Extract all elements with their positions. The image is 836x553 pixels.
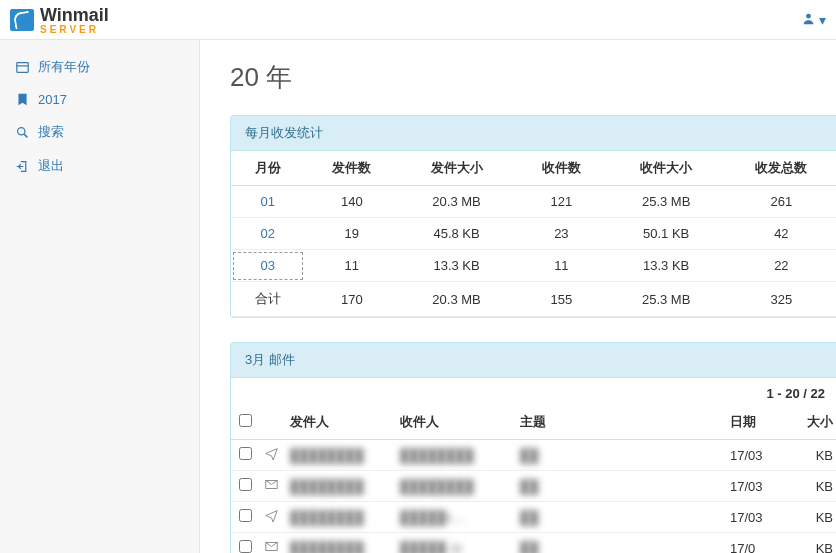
cell-sent: 11 xyxy=(305,250,399,282)
mail-table: 发件人 收件人 主题 日期 大小 ██████████████████17/03… xyxy=(231,407,836,553)
sidebar-item-label: 退出 xyxy=(38,157,64,175)
caret-down-icon: ▾ xyxy=(819,12,826,28)
cell-recv-size: 50.1 KB xyxy=(609,218,724,250)
cell-subject: ██ xyxy=(514,471,724,502)
sidebar-item-logout[interactable]: 退出 xyxy=(0,149,199,183)
col-month: 月份 xyxy=(231,151,305,186)
svg-rect-1 xyxy=(17,62,28,72)
sidebar-item-label: 2017 xyxy=(38,92,67,107)
stats-total-row: 合计17020.3 MB15525.3 MB325 xyxy=(231,282,836,317)
mail-row[interactable]: ██████████████████17/03KB xyxy=(231,440,836,471)
cell-recv: 11 xyxy=(514,250,608,282)
cell-sent: 19 xyxy=(305,218,399,250)
cell-sent-size: 45.8 KB xyxy=(399,218,514,250)
brand-icon xyxy=(10,9,34,31)
cell-date: 17/03 xyxy=(724,440,784,471)
col-to: 收件人 xyxy=(394,407,514,440)
total-label: 合计 xyxy=(231,282,305,317)
col-subject: 主题 xyxy=(514,407,724,440)
select-all-checkbox[interactable] xyxy=(239,414,252,427)
cell-size: KB xyxy=(784,471,836,502)
cell-sent-size: 20.3 MB xyxy=(399,186,514,218)
stats-table: 月份 发件数 发件大小 收件数 收件大小 收发总数 0114020.3 MB12… xyxy=(231,151,836,317)
cell-date: 17/03 xyxy=(724,471,784,502)
calendar-all-icon xyxy=(16,61,32,74)
svg-line-4 xyxy=(24,134,27,137)
stats-row: 031113.3 KB1113.3 KB22 xyxy=(231,250,836,282)
col-size: 大小 xyxy=(784,407,836,440)
cell-size: KB xyxy=(784,502,836,533)
row-checkbox[interactable] xyxy=(239,540,252,553)
mail-panel: 3月 邮件 1 - 20 / 22 发件人 收件人 主题 日期 大小 xyxy=(230,342,836,553)
col-from: 发件人 xyxy=(284,407,394,440)
mail-row[interactable]: ██████████████████17/03KB xyxy=(231,471,836,502)
cell-date: 17/0 xyxy=(724,533,784,554)
cell-recv-size: 25.3 MB xyxy=(609,186,724,218)
cell-from: ████████ xyxy=(284,502,394,533)
sidebar-item-label: 所有年份 xyxy=(38,58,90,76)
cell-to: ████████ xyxy=(394,440,514,471)
cell-size: KB xyxy=(784,533,836,554)
cell-to: █████k… xyxy=(394,502,514,533)
user-icon xyxy=(802,12,815,25)
mail-row[interactable]: █████████████k…██17/03KB xyxy=(231,502,836,533)
col-date: 日期 xyxy=(724,407,784,440)
cell-from: ████████ xyxy=(284,533,394,554)
topbar: Winmail SERVER ▾ xyxy=(0,0,836,40)
stats-row: 0114020.3 MB12125.3 MB261 xyxy=(231,186,836,218)
cell-recv-size: 13.3 KB xyxy=(609,250,724,282)
col-sent-size: 发件大小 xyxy=(399,151,514,186)
month-link[interactable]: 01 xyxy=(231,186,305,218)
row-checkbox[interactable] xyxy=(239,509,252,522)
cell-total: 261 xyxy=(724,186,836,218)
stats-row: 021945.8 KB2350.1 KB42 xyxy=(231,218,836,250)
mail-range: 1 - 20 / 22 xyxy=(231,378,836,407)
cell-to: ████████ xyxy=(394,471,514,502)
mail-row[interactable]: █████████████ @██17/0KB xyxy=(231,533,836,554)
row-checkbox[interactable] xyxy=(239,478,252,491)
brand-sub: SERVER xyxy=(40,26,109,34)
col-total: 收发总数 xyxy=(724,151,836,186)
envelope-icon xyxy=(259,533,284,554)
cell-recv: 121 xyxy=(514,186,608,218)
row-checkbox[interactable] xyxy=(239,447,252,460)
cell-recv: 23 xyxy=(514,218,608,250)
mail-panel-heading: 3月 邮件 xyxy=(231,343,836,378)
cell-total: 22 xyxy=(724,250,836,282)
cell-sent: 140 xyxy=(305,186,399,218)
user-menu[interactable]: ▾ xyxy=(802,12,826,28)
svg-point-3 xyxy=(18,127,25,134)
envelope-icon xyxy=(259,471,284,502)
cell-sent-size: 13.3 KB xyxy=(399,250,514,282)
cell-subject: ██ xyxy=(514,502,724,533)
col-recv-size: 收件大小 xyxy=(609,151,724,186)
month-link[interactable]: 02 xyxy=(231,218,305,250)
sidebar-item-all-years[interactable]: 所有年份 xyxy=(0,50,199,84)
main-content: 20 年 每月收发统计 月份 发件数 发件大小 收件数 收件大小 收发总数 xyxy=(200,40,836,553)
sidebar: 所有年份 2017 搜索 退出 xyxy=(0,40,200,553)
brand-logo[interactable]: Winmail SERVER xyxy=(10,5,109,34)
cell-size: KB xyxy=(784,440,836,471)
cell-subject: ██ xyxy=(514,440,724,471)
cell-subject: ██ xyxy=(514,533,724,554)
sidebar-item-label: 搜索 xyxy=(38,123,64,141)
stats-panel-heading: 每月收发统计 xyxy=(231,116,836,151)
send-icon xyxy=(259,440,284,471)
cell-from: ████████ xyxy=(284,471,394,502)
cell-date: 17/03 xyxy=(724,502,784,533)
logout-icon xyxy=(16,160,32,173)
bookmark-icon xyxy=(16,93,32,106)
col-sent: 发件数 xyxy=(305,151,399,186)
month-link[interactable]: 03 xyxy=(231,250,305,282)
cell-from: ████████ xyxy=(284,440,394,471)
col-recv: 收件数 xyxy=(514,151,608,186)
svg-point-0 xyxy=(806,13,811,18)
sidebar-item-2017[interactable]: 2017 xyxy=(0,84,199,115)
stats-panel: 每月收发统计 月份 发件数 发件大小 收件数 收件大小 收发总数 0114020… xyxy=(230,115,836,318)
sidebar-item-search[interactable]: 搜索 xyxy=(0,115,199,149)
cell-total: 42 xyxy=(724,218,836,250)
cell-to: █████ @ xyxy=(394,533,514,554)
search-icon xyxy=(16,126,32,139)
col-checkbox xyxy=(231,407,259,440)
send-icon xyxy=(259,502,284,533)
